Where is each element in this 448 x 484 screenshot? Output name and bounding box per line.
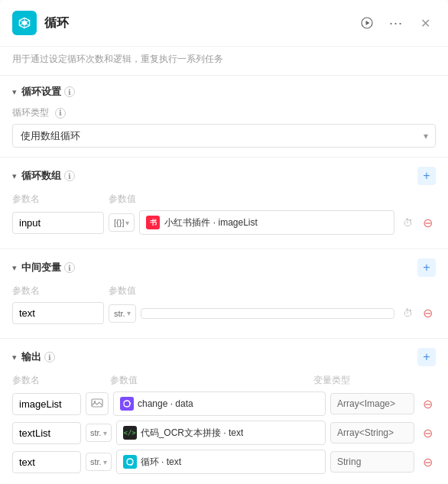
intermediate-vars-info-icon[interactable]: ℹ [64, 262, 75, 273]
intermediate-vars-add-button[interactable]: + [417, 258, 436, 277]
play-button[interactable] [356, 12, 378, 34]
output-section: ▾ 输出 ℹ + 参数名 参数值 变量类型 [0, 338, 448, 484]
close-button[interactable]: ✕ [414, 12, 436, 34]
loop-plugin-icon [123, 455, 137, 469]
loop-settings-header: ▾ 循环设置 ℹ [12, 85, 436, 99]
intermediate-vars-name-input[interactable] [12, 302, 104, 324]
loop-array-row: [{}] ▾ 书 小红书插件 · imageList ⏱ ⊖ [12, 210, 436, 235]
intermediate-vars-section: ▾ 中间变量 ℹ + 参数名 参数值 str. ▾ ⏱ ⊖ [0, 248, 448, 338]
change-plugin-icon [120, 397, 134, 411]
loop-array-col-headers: 参数名 参数值 [12, 193, 436, 206]
intermediate-vars-minus-button[interactable]: ⊖ [419, 305, 436, 322]
intermediate-vars-title: 中间变量 [21, 261, 61, 274]
subtitle: 用于通过设定循环次数和逻辑，重复执行一系列任务 [0, 47, 448, 75]
output-text-name-input[interactable] [12, 451, 81, 473]
output-textlist-type-badge[interactable]: str. ▾ [86, 424, 112, 442]
intermediate-vars-clock-icon[interactable]: ⏱ [399, 305, 416, 322]
loop-settings-title: 循环设置 [21, 85, 61, 99]
loop-array-add-button[interactable]: + [417, 167, 436, 185]
output-header: ▾ 输出 ℹ + [12, 348, 436, 366]
loop-array-header: ▾ 循环数组 ℹ + [12, 167, 436, 185]
output-imagelist-value[interactable]: change · data [113, 391, 326, 416]
intermediate-vars-toggle[interactable]: ▾ [12, 263, 17, 273]
output-toggle[interactable]: ▾ [12, 352, 17, 362]
output-title: 输出 [21, 350, 41, 364]
loop-settings-info-icon[interactable]: ℹ [64, 86, 75, 97]
output-textlist-value[interactable]: </> 代码_OCR文本拼接 · text [116, 421, 326, 445]
intermediate-vars-header: ▾ 中间变量 ℹ + [12, 258, 436, 277]
output-add-button[interactable]: + [417, 348, 436, 366]
svg-marker-1 [366, 21, 370, 25]
code-plugin-icon: </> [123, 426, 137, 440]
output-text-actions: ⊖ [419, 453, 436, 470]
loop-type-info-icon[interactable]: ℹ [55, 108, 66, 119]
output-text-var-type: String [330, 451, 414, 473]
output-row-text: str. ▾ 循环 · text String ⊖ [12, 450, 436, 474]
intermediate-vars-row: str. ▾ ⏱ ⊖ [12, 302, 436, 324]
intermediate-vars-value-field[interactable] [141, 308, 394, 319]
header: 循环 ··· ✕ [0, 0, 448, 47]
intermediate-vars-type-badge[interactable]: str. ▾ [109, 304, 136, 323]
xiaohongshu-plugin-icon: 书 [146, 216, 160, 229]
loop-array-minus-button[interactable]: ⊖ [419, 214, 436, 231]
loop-type-select[interactable]: 使用数组循环 [12, 124, 436, 148]
more-button[interactable]: ··· [385, 12, 407, 34]
loop-array-section: ▾ 循环数组 ℹ + 参数名 参数值 [{}] ▾ 书 小红书插件 · imag… [0, 157, 448, 248]
main-panel: 循环 ··· ✕ 用于通过设定循环次数和逻辑，重复执行一系列任务 ▾ 循环设置 … [0, 0, 448, 484]
output-textlist-actions: ⊖ [419, 424, 436, 441]
intermediate-vars-col-headers: 参数名 参数值 [12, 284, 436, 297]
loop-array-name-input[interactable] [12, 212, 104, 234]
output-info-icon[interactable]: ℹ [44, 352, 55, 362]
output-textlist-minus-button[interactable]: ⊖ [419, 424, 436, 441]
loop-settings-section: ▾ 循环设置 ℹ 循环类型 ℹ 使用数组循环 ▾ [0, 75, 448, 157]
header-actions: ··· ✕ [356, 12, 436, 34]
loop-array-row-actions: ⏱ ⊖ [399, 214, 436, 231]
loop-array-value-field[interactable]: 书 小红书插件 · imageList [139, 210, 394, 235]
output-imagelist-name-input[interactable] [12, 393, 81, 415]
output-imagelist-var-type: Array<Image> [330, 393, 414, 414]
loop-type-select-wrapper: 使用数组循环 ▾ [12, 124, 436, 148]
loop-settings-toggle[interactable]: ▾ [12, 87, 17, 97]
loop-array-title: 循环数组 [21, 169, 61, 183]
output-text-minus-button[interactable]: ⊖ [419, 453, 436, 470]
loop-array-clock-icon[interactable]: ⏱ [399, 214, 416, 231]
output-row-imagelist: change · data Array<Image> ⊖ [12, 391, 436, 416]
loop-array-info-icon[interactable]: ℹ [64, 171, 75, 181]
output-imagelist-actions: ⊖ [419, 395, 436, 412]
loop-array-type-badge[interactable]: [{}] ▾ [109, 213, 135, 232]
output-col-headers: 参数名 参数值 变量类型 [12, 374, 436, 387]
page-title: 循环 [44, 15, 356, 31]
svg-rect-2 [92, 399, 102, 407]
output-textlist-var-type: Array<String> [330, 422, 414, 443]
output-text-type-badge[interactable]: str. ▾ [86, 453, 112, 471]
app-icon [12, 11, 37, 35]
output-row-textlist: str. ▾ </> 代码_OCR文本拼接 · text Array<Strin… [12, 421, 436, 445]
loop-type-label: 循环类型 ℹ [12, 106, 436, 119]
intermediate-vars-row-actions: ⏱ ⊖ [399, 305, 436, 322]
output-text-value[interactable]: 循环 · text [116, 450, 326, 474]
loop-array-toggle[interactable]: ▾ [12, 171, 17, 181]
output-textlist-name-input[interactable] [12, 422, 81, 444]
output-imagelist-minus-button[interactable]: ⊖ [419, 395, 436, 412]
output-imagelist-type-badge[interactable] [86, 392, 109, 415]
